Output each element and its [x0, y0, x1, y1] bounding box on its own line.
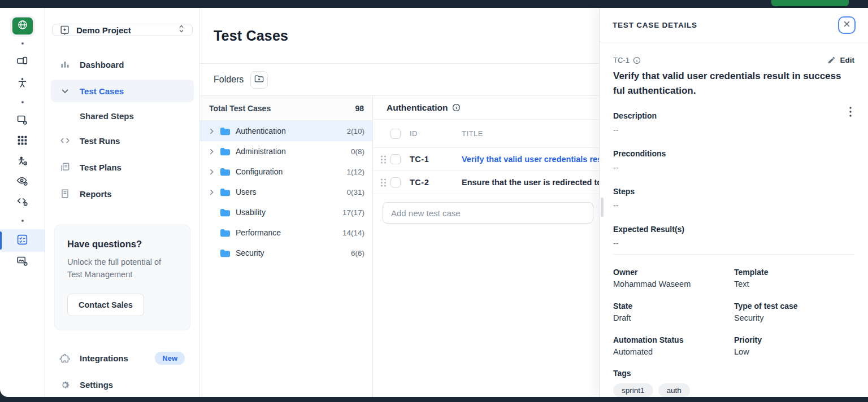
contact-sales-button[interactable]: Contact Sales [67, 294, 144, 316]
info-icon[interactable] [452, 103, 461, 112]
top-cta-button[interactable] [771, 0, 849, 6]
rail-separator-dot [21, 42, 24, 45]
rail-item-device-settings[interactable] [0, 111, 45, 131]
test-case-details-panel: TEST CASE DETAILS TC-1 Edit Verify th [599, 8, 868, 397]
project-selector[interactable]: Demo Project [52, 24, 193, 36]
folder-icon [220, 208, 231, 217]
folder-count: 14(14) [342, 229, 364, 237]
code-gear-icon [16, 195, 28, 209]
tags-section: Tags sprint1 auth [613, 368, 854, 397]
folder-count: 17(17) [342, 208, 364, 217]
attr-type: Type of test case Security [734, 301, 854, 323]
folder-icon [220, 147, 231, 156]
rail-item-apps-grid[interactable] [0, 131, 45, 151]
tags-label: Tags [613, 368, 854, 378]
folder-row-users[interactable]: Users 0(31) [200, 182, 372, 202]
folder-row-usability[interactable]: Usability 17(17) [200, 202, 372, 222]
sidebar-item-reports[interactable]: Reports [51, 182, 194, 205]
rail-item-devices[interactable] [0, 52, 45, 72]
attr-priority: Priority Low [734, 335, 854, 357]
sidebar-item-label: Test Cases [80, 86, 124, 96]
attr-template: Template Text [734, 267, 854, 289]
table-row[interactable]: TC-2 Ensure that the user is redirected … [373, 171, 599, 194]
chevron-right-icon[interactable] [207, 167, 216, 177]
project-icon [59, 25, 70, 36]
test-case-title-link[interactable]: Verify that valid user credentials resul… [453, 155, 599, 164]
document-stack-icon [59, 161, 71, 173]
sidebar-item-dashboard[interactable]: Dashboard [51, 53, 194, 76]
info-icon[interactable] [633, 56, 641, 64]
grid-icon [16, 134, 28, 148]
sidebar-item-integrations[interactable]: Integrations New [51, 347, 194, 370]
accessibility-icon [16, 77, 28, 91]
sidebar-item-shared-steps[interactable]: Shared Steps [51, 106, 194, 125]
app-root: Demo Project Dashboard Test Cases Shared… [0, 0, 868, 402]
field-preconditions: Preconditions -- [613, 148, 854, 173]
add-test-case-input[interactable] [383, 202, 593, 224]
rail-item-review-settings[interactable] [0, 172, 45, 192]
edit-button[interactable]: Edit [827, 56, 855, 64]
divider [613, 254, 854, 255]
attr-automation-status: Automation Status Automated [613, 335, 734, 357]
select-all-checkbox[interactable] [390, 129, 401, 139]
field-description: Description -- [613, 111, 854, 135]
folder-icon [220, 248, 231, 258]
chevron-updown-icon [177, 24, 185, 36]
add-folder-button[interactable] [250, 71, 268, 89]
field-value: -- [613, 238, 854, 248]
folder-row-configuration[interactable]: Configuration 1(12) [200, 161, 372, 182]
page-title: Test Cases [214, 28, 288, 44]
folder-row-authentication[interactable]: Authentication 2(10) [200, 121, 372, 141]
attr-owner: Owner Mohammad Waseem [613, 267, 734, 289]
field-value: -- [613, 125, 854, 135]
field-expected-results: Expected Result(s) -- [613, 224, 854, 248]
folder-row-administration[interactable]: Administration 0(8) [200, 141, 372, 161]
close-panel-button[interactable] [838, 16, 856, 34]
field-label: Expected Result(s) [613, 224, 854, 234]
sidebar-item-test-runs[interactable]: Test Runs [51, 129, 194, 152]
project-name: Demo Project [76, 25, 171, 35]
sidebar-item-test-plans[interactable]: Test Plans [51, 156, 194, 178]
devices-icon [16, 55, 28, 69]
folder-name: Configuration [236, 167, 283, 176]
promo-card: Have questions? Unlock the full potentia… [54, 225, 190, 330]
sidebar-item-settings[interactable]: Settings [51, 374, 194, 396]
sidebar-nav: Dashboard Test Cases Shared Steps Test R… [45, 53, 199, 209]
globe-icon [17, 19, 28, 33]
rail-item-user-settings[interactable] [0, 151, 45, 172]
rail-item-media-settings[interactable] [0, 252, 45, 272]
rail-item-test-management[interactable] [0, 229, 45, 252]
drag-handle-icon[interactable] [380, 178, 387, 187]
table-row[interactable]: TC-1 Verify that valid user credentials … [373, 148, 599, 171]
chevron-right-icon[interactable] [207, 187, 216, 197]
tag-chip[interactable]: sprint1 [613, 383, 653, 397]
folder-count: 6(6) [351, 249, 364, 257]
folder-plus-icon [254, 75, 264, 85]
drag-handle-icon[interactable] [380, 155, 387, 164]
folder-row-security[interactable]: Security 6(6) [200, 243, 372, 263]
folder-name: Security [236, 248, 264, 257]
folder-icon [220, 167, 231, 177]
attr-value: Mohammad Waseem [613, 279, 734, 289]
workspace-globe-button[interactable] [12, 17, 33, 35]
chevron-right-icon[interactable] [207, 147, 216, 156]
sidebar-item-label: Dashboard [80, 60, 124, 69]
total-label: Total Test Cases [209, 104, 271, 113]
rail-item-accessibility[interactable] [0, 73, 45, 94]
sidebar-item-test-cases[interactable]: Test Cases [51, 80, 194, 102]
rail-separator-dot [21, 101, 24, 103]
test-case-title[interactable]: Ensure that the user is redirected to th… [453, 178, 599, 187]
row-checkbox[interactable] [390, 154, 401, 164]
row-checkbox[interactable] [390, 177, 401, 187]
rail-item-automation-settings[interactable] [0, 192, 45, 212]
bar-chart-icon [59, 58, 71, 71]
folder-name: Authentication [236, 126, 286, 136]
kebab-menu-icon[interactable] [845, 106, 856, 118]
tag-chip[interactable]: auth [658, 383, 690, 397]
chevron-right-icon[interactable] [207, 126, 216, 136]
folder-row-performance[interactable]: Performance 14(14) [200, 222, 372, 243]
new-badge: New [155, 352, 185, 365]
case-id-text: TC-1 [613, 56, 630, 64]
code-icon [59, 134, 71, 147]
eye-gear-icon [16, 175, 28, 189]
